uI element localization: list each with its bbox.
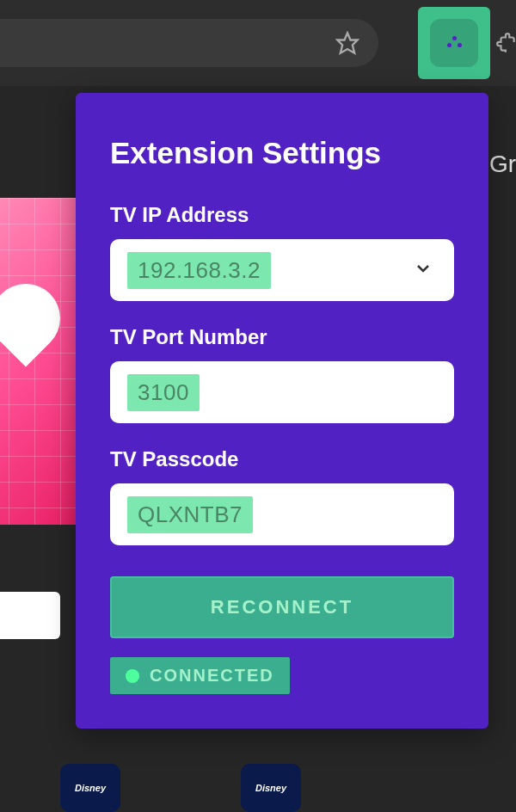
browser-toolbar	[0, 0, 516, 86]
background-thumbnail	[0, 198, 86, 525]
popup-title: Extension Settings	[110, 136, 454, 170]
passcode-label: TV Passcode	[110, 447, 454, 471]
ip-address-value: 192.168.3.2	[127, 252, 271, 289]
port-value: 3100	[127, 374, 200, 411]
extension-button[interactable]	[418, 7, 490, 79]
extensions-menu-icon[interactable]	[493, 29, 516, 57]
status-text: CONNECTED	[150, 666, 274, 686]
passcode-input[interactable]: QLXNTB7	[110, 483, 454, 545]
svg-marker-0	[337, 33, 357, 52]
status-indicator-icon	[126, 669, 139, 683]
passcode-value: QLXNTB7	[127, 496, 253, 533]
port-field-group: TV Port Number 3100	[110, 325, 454, 423]
reconnect-button[interactable]: RECONNECT	[110, 576, 454, 638]
port-label: TV Port Number	[110, 325, 454, 349]
ip-address-field-group: TV IP Address 192.168.3.2	[110, 203, 454, 301]
bookmark-star-icon[interactable]	[334, 29, 361, 57]
extension-settings-popup: Extension Settings TV IP Address 192.168…	[76, 93, 488, 729]
ip-address-select[interactable]: 192.168.3.2	[110, 239, 454, 301]
connection-status-badge: CONNECTED	[110, 657, 290, 694]
background-card	[0, 592, 60, 639]
port-input[interactable]: 3100	[110, 361, 454, 423]
chevron-down-icon[interactable]	[413, 258, 433, 282]
passcode-field-group: TV Passcode QLXNTB7	[110, 447, 454, 545]
ip-address-label: TV IP Address	[110, 203, 454, 227]
address-bar[interactable]	[0, 19, 378, 67]
extension-icon	[430, 19, 478, 67]
app-tile[interactable]: Disney	[241, 764, 301, 812]
app-tile[interactable]: Disney	[60, 764, 120, 812]
background-partial-text: Gr	[489, 151, 516, 178]
